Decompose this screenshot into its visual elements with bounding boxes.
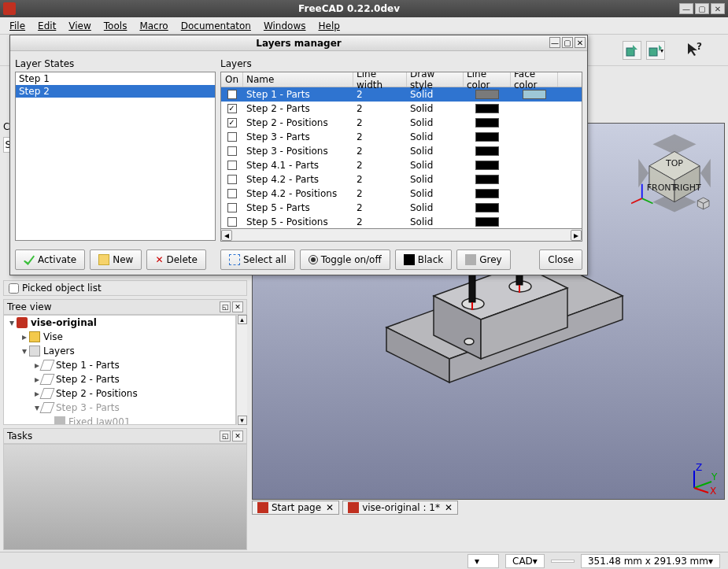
navcube-front[interactable]: FRONT (647, 183, 677, 193)
col-face-color[interactable]: Face color (511, 72, 558, 87)
col-on[interactable]: On (221, 72, 243, 87)
layer-row[interactable]: ✓Step 2 - Parts2Solid (221, 102, 582, 116)
scroll-up-button[interactable]: ▴ (238, 315, 247, 324)
line-color-swatch[interactable] (475, 104, 499, 113)
tree-item[interactable]: ▸Step 1 - Parts (4, 358, 235, 372)
layer-state-item[interactable]: Step 2 (16, 85, 215, 98)
layer-on-checkbox[interactable]: ✓ (227, 118, 237, 127)
menu-windows[interactable]: Windows (257, 19, 312, 33)
select-all-button[interactable]: Select all (220, 249, 295, 270)
treeview-close-button[interactable]: ✕ (232, 301, 243, 312)
line-color-swatch[interactable] (475, 175, 499, 184)
dialog-close-button[interactable]: ✕ (575, 37, 586, 48)
picked-checkbox[interactable] (9, 283, 19, 294)
line-color-swatch[interactable] (475, 217, 499, 227)
scroll-right-button[interactable]: ▸ (571, 230, 582, 241)
treeview-undock-button[interactable]: ◱ (220, 301, 231, 312)
tab-start-page[interactable]: Start page ✕ (252, 501, 339, 515)
scroll-left-button[interactable]: ◂ (221, 230, 232, 241)
nav-cube[interactable]: TOP FRONT RIGHT (631, 130, 718, 216)
layers-table[interactable]: On Name Line width Draw style Line color… (220, 72, 582, 229)
menu-documentation[interactable]: Documentaton (175, 19, 257, 33)
navcube-top[interactable]: TOP (665, 158, 683, 168)
grey-button[interactable]: Grey (456, 249, 510, 270)
menu-help[interactable]: Help (312, 19, 346, 33)
layer-row[interactable]: Step 5 - Positions2Solid (221, 215, 582, 229)
layer-row[interactable]: Step 4.2 - Parts2Solid (221, 172, 582, 187)
layer-row[interactable]: ✓Step 2 - Positions2Solid (221, 116, 582, 130)
layer-row[interactable]: Step 4.2 - Positions2Solid (221, 187, 582, 201)
tab-vise-original[interactable]: vise-original : 1* ✕ (342, 501, 458, 515)
activate-button[interactable]: Activate (15, 249, 85, 270)
tree-item[interactable]: ▾Step 3 - Parts (4, 401, 235, 415)
close-tab-icon[interactable]: ✕ (326, 502, 334, 513)
menu-edit[interactable]: Edit (31, 19, 62, 33)
tree-view[interactable]: ▾vise-original ▸Vise▾Layers▸Step 1 - Par… (3, 315, 236, 425)
close-dialog-button[interactable]: Close (539, 249, 582, 270)
menu-view[interactable]: View (62, 19, 97, 33)
layer-on-checkbox[interactable] (227, 189, 237, 198)
line-color-swatch[interactable] (475, 90, 499, 99)
line-color-swatch[interactable] (475, 118, 499, 127)
dialog-titlebar[interactable]: Layers manager — ▢ ✕ (10, 35, 587, 51)
layer-row[interactable]: Step 3 - Parts2Solid (221, 130, 582, 144)
dialog-minimize-button[interactable]: — (549, 37, 560, 48)
black-button[interactable]: Black (395, 249, 452, 270)
scroll-down-button[interactable]: ▾ (238, 416, 247, 425)
menu-macro[interactable]: Macro (133, 19, 174, 33)
close-window-button[interactable]: ✕ (711, 3, 725, 14)
layer-states-list[interactable]: Step 1 Step 2 (15, 72, 216, 241)
line-color-swatch[interactable] (475, 203, 499, 212)
new-button[interactable]: New (90, 249, 142, 270)
layer-on-checkbox[interactable] (227, 217, 237, 227)
layer-on-checkbox[interactable]: ✓ (227, 104, 237, 113)
line-color-swatch[interactable] (475, 189, 499, 198)
treeview-header[interactable]: Tree view ◱ ✕ (3, 299, 247, 315)
layer-row[interactable]: Step 3 - Positions2Solid (221, 144, 582, 158)
minimize-button[interactable]: — (679, 3, 693, 14)
menu-file[interactable]: File (3, 19, 31, 33)
col-line-width[interactable]: Line width (353, 72, 407, 87)
toolbar-whatsthis-button[interactable]: ? (686, 41, 704, 60)
status-field-1[interactable]: ▾ (467, 554, 499, 568)
navcube-right[interactable]: RIGHT (674, 183, 701, 193)
menu-tools[interactable]: Tools (98, 19, 134, 33)
picked-object-list-header[interactable]: Picked object list (3, 280, 247, 296)
layer-on-checkbox[interactable] (227, 132, 237, 142)
tree-root[interactable]: ▾vise-original (4, 316, 235, 330)
tree-item[interactable]: ▸Step 2 - Positions (4, 386, 235, 401)
line-color-swatch[interactable] (475, 161, 499, 170)
layer-row[interactable]: Step 4.1 - Parts2Solid (221, 158, 582, 172)
col-draw-style[interactable]: Draw style (407, 72, 464, 87)
layer-row[interactable]: Step 5 - Parts2Solid (221, 201, 582, 215)
dialog-maximize-button[interactable]: ▢ (562, 37, 573, 48)
tasks-close-button[interactable]: ✕ (232, 430, 243, 442)
tree-item[interactable]: ▸Step 2 - Parts (4, 372, 235, 386)
layer-on-checkbox[interactable] (227, 161, 237, 170)
tasks-header[interactable]: Tasks ◱ ✕ (3, 428, 247, 444)
col-name[interactable]: Name (243, 72, 353, 87)
line-color-swatch[interactable] (475, 146, 499, 156)
layers-hscroll[interactable]: ◂ ▸ (220, 229, 582, 242)
col-line-color[interactable]: Line color (464, 72, 511, 87)
tree-scrollbar[interactable]: ▴ ▾ (236, 315, 247, 425)
layer-state-item[interactable]: Step 1 (16, 72, 215, 85)
status-field-3[interactable] (551, 560, 575, 563)
layer-on-checkbox[interactable] (227, 146, 237, 156)
tasks-undock-button[interactable]: ◱ (220, 430, 231, 442)
layer-on-checkbox[interactable] (227, 175, 237, 184)
toolbar-export-button[interactable]: ▾ (646, 41, 665, 60)
toolbar-import-button[interactable] (623, 41, 641, 60)
layer-on-checkbox[interactable]: ✓ (227, 90, 237, 99)
tree-item[interactable]: Fixed Jaw001 (4, 415, 235, 425)
face-color-swatch[interactable] (523, 90, 546, 99)
tree-item[interactable]: ▾Layers (4, 344, 235, 358)
toggle-button[interactable]: Toggle on/off (300, 249, 390, 270)
tree-item[interactable]: ▸Vise (4, 330, 235, 344)
maximize-button[interactable]: ▢ (695, 3, 709, 14)
nav-style-field[interactable]: CAD ▾ (505, 554, 545, 568)
delete-button[interactable]: ✕Delete (146, 249, 206, 270)
layer-on-checkbox[interactable] (227, 203, 237, 212)
line-color-swatch[interactable] (475, 132, 499, 142)
close-tab-icon[interactable]: ✕ (445, 502, 453, 513)
